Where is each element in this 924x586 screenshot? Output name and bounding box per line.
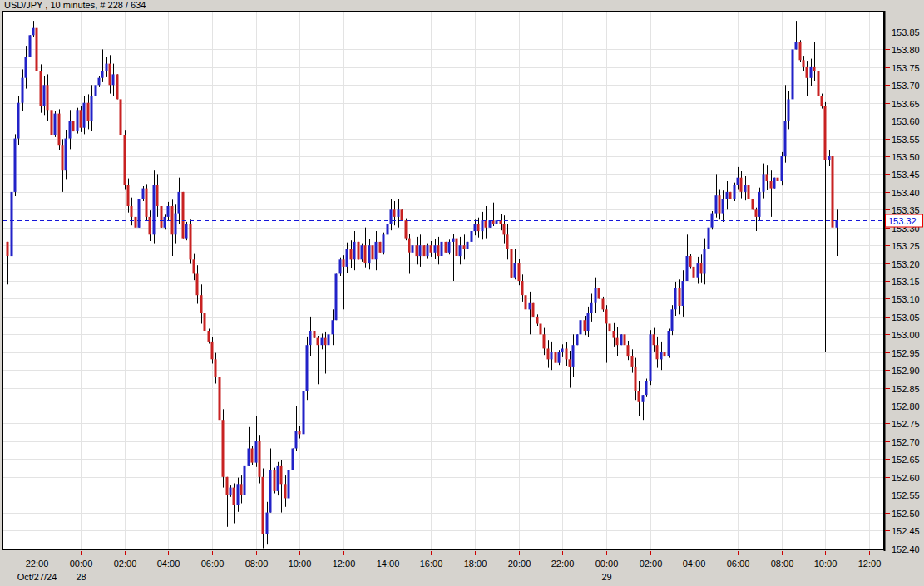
candle-body: [149, 217, 151, 234]
candle-body: [87, 103, 90, 121]
candle-body: [503, 224, 506, 235]
candle-body: [190, 224, 192, 260]
candle-body: [54, 114, 57, 135]
x-tick-label: 12:00: [333, 559, 356, 569]
candle-body: [456, 239, 458, 256]
x-tick-label: 12:00: [858, 559, 882, 569]
candle-body: [795, 42, 798, 50]
candle-body: [226, 477, 229, 495]
candle-body: [590, 303, 593, 313]
candle-body: [230, 488, 232, 495]
candle-body: [332, 320, 334, 334]
candle-body: [521, 281, 524, 295]
candle-body: [182, 192, 185, 239]
candle-body: [598, 288, 600, 299]
plot-area: [2, 11, 884, 550]
x-tick-label: 22:00: [551, 559, 575, 569]
candle-body: [116, 74, 119, 99]
candle-body: [22, 78, 24, 103]
candle-body: [700, 263, 703, 274]
candle-body: [25, 57, 27, 78]
candle-body: [471, 231, 473, 242]
candle-body: [324, 338, 327, 346]
candle-body: [529, 303, 531, 310]
candle-body: [161, 206, 163, 228]
candle-body: [361, 245, 363, 259]
candle-body: [17, 103, 20, 139]
x-tick-label: 02:00: [640, 559, 663, 569]
x-tick-label: 16:00: [420, 559, 443, 569]
candle-body: [335, 274, 338, 321]
candle-body: [200, 295, 203, 313]
candle-body: [40, 71, 42, 106]
candle-body: [584, 320, 586, 331]
candle-body: [682, 281, 684, 306]
candle-body: [744, 185, 747, 192]
candle-body: [689, 256, 692, 267]
candle-body: [459, 245, 462, 256]
candle-body: [711, 214, 714, 228]
candle-body: [580, 320, 582, 334]
y-tick-label: 153.05: [892, 313, 920, 323]
candle-body: [77, 110, 79, 131]
candle-body: [536, 317, 539, 324]
candle-body: [722, 199, 724, 214]
y-tick-label: 152.70: [892, 437, 920, 447]
candle-body: [650, 334, 652, 381]
candle-body: [101, 71, 104, 78]
candle-body: [383, 234, 385, 252]
candle-body: [828, 156, 831, 160]
y-tick-label: 153.50: [892, 152, 920, 162]
candle-body: [558, 352, 561, 363]
candle-body: [321, 338, 324, 346]
candle-body: [463, 245, 466, 249]
candle-body: [726, 192, 729, 199]
candle-body: [353, 242, 356, 259]
candle-body: [540, 324, 542, 335]
candle-body: [566, 349, 568, 360]
candle-body: [514, 263, 516, 278]
candle-body: [485, 220, 487, 228]
candle-body: [405, 220, 408, 238]
candle-body: [185, 224, 188, 239]
candle-body: [120, 99, 122, 135]
candle-body: [266, 513, 269, 534]
candle-body: [605, 309, 608, 323]
candle-body: [664, 352, 666, 356]
candle-body: [314, 331, 316, 338]
y-tick-label: 152.80: [892, 401, 920, 411]
y-tick-label: 153.70: [892, 81, 920, 91]
candle-body: [240, 484, 243, 495]
candle-body: [346, 249, 348, 267]
candle-body: [668, 331, 670, 356]
candle-body: [752, 199, 754, 210]
candle-body: [29, 35, 32, 57]
x-tick-label: 04:00: [683, 559, 706, 569]
candlestick-chart[interactable]: 153.85153.80153.75153.70153.65153.60153.…: [0, 0, 924, 586]
y-tick-label: 153.15: [892, 277, 920, 287]
candle-body: [423, 245, 426, 256]
candle-body: [627, 345, 630, 356]
chart-title: USD/JPY , 10 minutes, # 228 / 634: [4, 0, 146, 10]
y-tick-label: 152.60: [892, 473, 920, 483]
candle-body: [477, 224, 480, 232]
candle-body: [686, 256, 689, 281]
candle-body: [737, 178, 739, 185]
candle-body: [729, 192, 732, 199]
candle-body: [734, 185, 736, 199]
candle-body: [317, 338, 319, 346]
candle-body: [671, 309, 674, 331]
candle-body: [818, 71, 820, 96]
candle-body: [748, 185, 750, 199]
candle-body: [631, 356, 634, 367]
candle-body: [810, 67, 813, 78]
candle-body: [80, 110, 82, 127]
candle-body: [635, 367, 637, 391]
candle-body: [7, 242, 9, 256]
candle-body: [437, 245, 440, 256]
candle-body: [127, 185, 130, 206]
candle-body: [364, 245, 367, 263]
candle-body: [11, 192, 13, 256]
candle-body: [609, 324, 611, 332]
y-tick-label: 152.90: [892, 366, 920, 376]
